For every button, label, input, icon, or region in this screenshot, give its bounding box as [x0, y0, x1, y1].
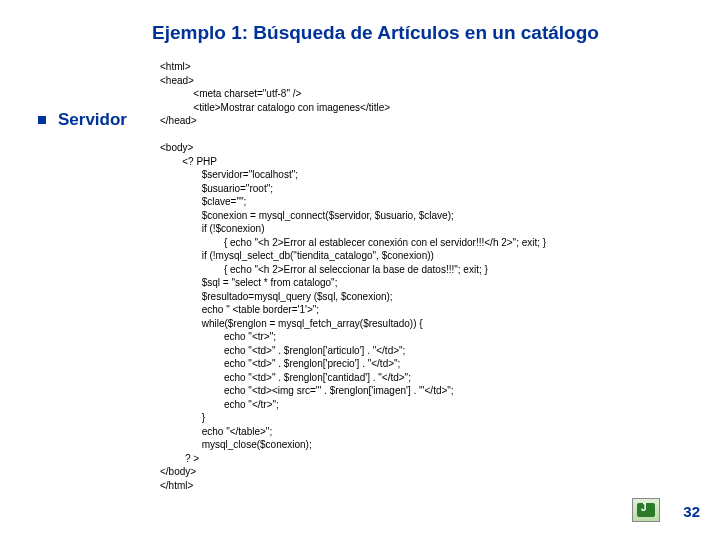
square-bullet-icon [38, 116, 46, 124]
footer-logo-icon [632, 498, 660, 522]
code-block: <html> <head> <meta charset="utf-8" /> <… [160, 60, 546, 492]
bullet-item: Servidor [38, 110, 127, 130]
slide-title: Ejemplo 1: Búsqueda de Artículos en un c… [152, 22, 599, 44]
bullet-label: Servidor [58, 110, 127, 130]
page-number: 32 [683, 503, 700, 520]
